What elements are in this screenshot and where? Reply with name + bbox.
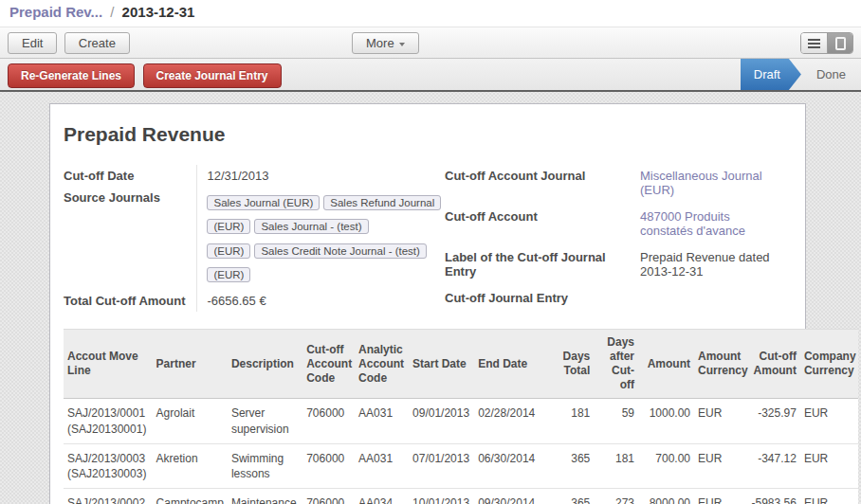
chevron-down-icon — [399, 43, 405, 46]
form-fields: Cut-off Date 12/31/2013 Source Journals … — [62, 165, 794, 312]
cell: 07/01/2013 — [409, 443, 474, 488]
cell: -325.97 — [742, 399, 800, 443]
cell: SAJ/2013/0002 (SAJ20130002) — [64, 489, 153, 504]
lines-table: Accout Move LinePartnerDescriptionCut-of… — [64, 329, 858, 504]
cutoff-account-link[interactable]: 487000 Produits constatés d'avance — [631, 206, 782, 246]
cutoff-journal-entry-label: Cut-off Journal Entry — [443, 287, 631, 312]
column-header[interactable]: Days after Cut-off — [594, 330, 638, 399]
form-view-button[interactable] — [827, 33, 852, 53]
column-header[interactable]: Amount Currency — [694, 330, 742, 399]
cell: Akretion — [153, 443, 228, 488]
journal-entry-label-value: Prepaid Revenue dated 2013-12-31 — [631, 246, 782, 287]
list-icon — [808, 39, 820, 48]
cell: EUR — [800, 443, 858, 488]
cell: 706000 — [302, 399, 355, 443]
cell: Server supervision — [228, 399, 302, 443]
breadcrumb: Prepaid Rev... / 2013-12-31 — [0, 0, 861, 27]
cell: Swimming lessons — [228, 443, 302, 488]
app-window: Prepaid Rev... / 2013-12-31 Edit Create … — [0, 0, 861, 504]
form-sheet: Prepaid Revenue Cut-off Date 12/31/2013 … — [49, 103, 806, 504]
column-header[interactable]: End Date — [474, 330, 553, 399]
list-view-button[interactable] — [801, 33, 827, 53]
create-button[interactable]: Create — [64, 32, 130, 54]
breadcrumb-separator: / — [106, 4, 118, 20]
edit-button[interactable]: Edit — [8, 32, 57, 54]
page-title: Prepaid Revenue — [64, 123, 794, 146]
cell: -5983.56 — [742, 489, 800, 504]
cell: AA031 — [355, 399, 409, 443]
cell: Maintenance contract — [228, 489, 302, 504]
cell: EUR — [800, 399, 858, 443]
cell: 273 — [594, 489, 638, 504]
more-button[interactable]: More — [352, 32, 419, 54]
column-header[interactable]: Analytic Account Code — [355, 330, 409, 399]
column-header[interactable]: Description — [228, 330, 302, 399]
cutoff-account-label: Cut-off Account — [443, 206, 631, 246]
cell: 02/28/2014 — [474, 399, 553, 443]
cell: 365 — [554, 489, 595, 504]
cell: 181 — [554, 399, 595, 443]
cutoff-journal-entry-value — [631, 287, 782, 312]
cutoff-date-label: Cut-off Date — [62, 165, 197, 187]
column-header[interactable]: Partner — [153, 330, 228, 399]
total-cutoff-amount-value: -6656.65 € — [197, 290, 443, 312]
source-journals-label: Source Journals — [62, 187, 197, 290]
cell: SAJ/2013/0001 (SAJ20130001) — [64, 399, 153, 443]
more-button-label: More — [366, 36, 394, 50]
cell: Agrolait — [153, 399, 228, 443]
left-field-group: Cut-off Date 12/31/2013 Source Journals … — [62, 165, 443, 312]
view-switcher — [800, 32, 853, 54]
cell: EUR — [694, 443, 742, 488]
journal-entry-label-label: Label of the Cut-off Journal Entry — [443, 246, 631, 287]
form-icon — [835, 37, 846, 50]
cell: 59 — [594, 399, 638, 443]
cell: AA034 — [355, 489, 409, 504]
cell: SAJ/2013/0003 (SAJ20130003) — [64, 443, 153, 488]
column-header[interactable]: Cut-off Account Code — [302, 330, 355, 399]
cutoff-account-journal-link[interactable]: Miscellaneous Journal (EUR) — [631, 165, 782, 206]
cell: 700.00 — [638, 443, 694, 488]
column-header[interactable]: Amount — [638, 330, 694, 399]
right-field-group: Cut-off Account Journal Miscellaneous Jo… — [443, 165, 782, 312]
cell: 706000 — [302, 489, 355, 504]
lines-table-container: Accout Move LinePartnerDescriptionCut-of… — [64, 329, 794, 504]
table-row[interactable]: SAJ/2013/0002 (SAJ20130002)CamptocampMai… — [64, 489, 858, 504]
cutoff-date-value: 12/31/2013 — [197, 165, 443, 187]
status-step-done: Done — [801, 59, 861, 90]
cell: 8000.00 — [638, 489, 694, 504]
cell: 09/01/2013 — [409, 399, 474, 443]
cell: 10/01/2013 — [409, 489, 474, 504]
breadcrumb-parent-link[interactable]: Prepaid Rev... — [9, 4, 102, 20]
source-journals-tags: Sales Journal (EUR)Sales Refund Journal … — [197, 187, 443, 290]
breadcrumb-current: 2013-12-31 — [122, 4, 195, 20]
create-journal-entry-button[interactable]: Create Journal Entry — [143, 63, 282, 88]
cutoff-account-journal-label: Cut-off Account Journal — [443, 165, 631, 206]
cell: 1000.00 — [638, 399, 694, 443]
content-area: Prepaid Revenue Cut-off Date 12/31/2013 … — [0, 92, 861, 504]
column-header[interactable]: Days Total — [554, 330, 595, 399]
cell: EUR — [800, 489, 858, 504]
regenerate-lines-button[interactable]: Re-Generate Lines — [8, 63, 135, 88]
column-header[interactable]: Accout Move Line — [64, 330, 153, 399]
journal-tag: Sales Journal (EUR) — [207, 195, 320, 210]
table-row[interactable]: SAJ/2013/0001 (SAJ20130001)AgrolaitServe… — [64, 399, 858, 443]
status-step-draft: Draft — [741, 59, 801, 90]
cell: EUR — [694, 399, 742, 443]
cell: -347.12 — [742, 443, 800, 488]
table-row[interactable]: SAJ/2013/0003 (SAJ20130003)AkretionSwimm… — [64, 443, 858, 488]
cell: EUR — [694, 489, 742, 504]
cell: AA031 — [355, 443, 409, 488]
cell: 181 — [594, 443, 638, 488]
column-header[interactable]: Company Currency — [800, 330, 858, 399]
toolbar: Edit Create More — [0, 27, 861, 59]
cell: 06/30/2014 — [474, 443, 553, 488]
cell: 09/30/2014 — [474, 489, 553, 504]
action-bar: Re-Generate Lines Create Journal Entry D… — [0, 59, 861, 92]
statusbar: DraftDone — [741, 59, 861, 90]
cell: 365 — [554, 443, 595, 488]
cell: Camptocamp — [153, 489, 228, 504]
column-header[interactable]: Cut-off Amount — [742, 330, 800, 399]
column-header[interactable]: Start Date — [409, 330, 474, 399]
total-cutoff-amount-label: Total Cut-off Amount — [62, 290, 197, 312]
cell: 706000 — [302, 443, 355, 488]
